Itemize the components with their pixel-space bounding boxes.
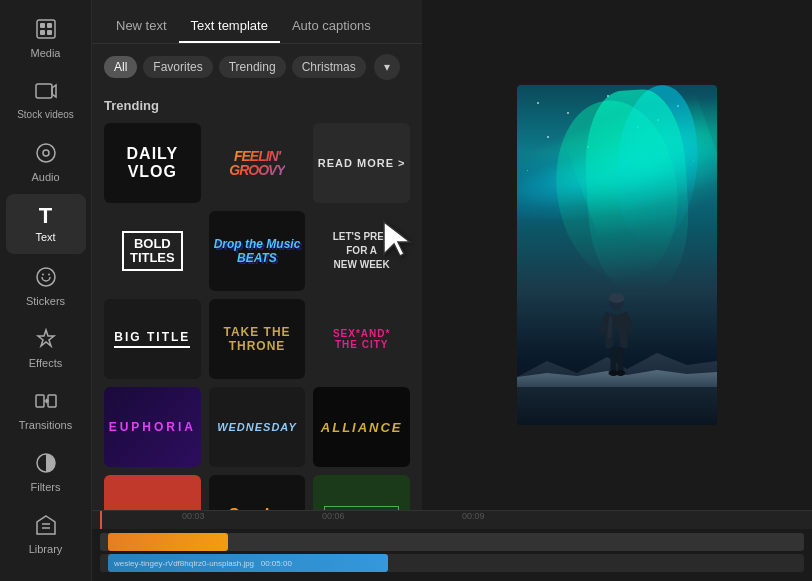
sidebar-item-stock-videos[interactable]: Stock videos <box>6 70 86 130</box>
transitions-icon <box>35 390 57 415</box>
stickers-icon <box>35 266 57 291</box>
sidebar-item-label: Media <box>31 47 61 59</box>
tab-bar: New text Text template Auto captions <box>92 0 422 44</box>
svg-rect-18 <box>618 347 624 372</box>
tab-auto-captions[interactable]: Auto captions <box>280 10 383 43</box>
sidebar-item-label: Transitions <box>19 419 72 431</box>
sidebar-item-text[interactable]: T Text <box>6 194 86 254</box>
sidebar-item-label: Stickers <box>26 295 65 307</box>
template-alliance[interactable]: ALLIANCE <box>313 387 410 467</box>
svg-rect-11 <box>36 395 44 407</box>
track-label: wesley-tingey-rVdf8hqIrz0-unsplash.jpg 0… <box>114 559 292 568</box>
sidebar-item-label: Library <box>29 543 63 555</box>
template-grid: DAILYVLOG FEELIN'GROOVY READ MORE > BOLD… <box>104 123 410 510</box>
filter-dropdown[interactable]: ▾ <box>374 54 400 80</box>
template-wednesday[interactable]: Wednesday <box>209 387 306 467</box>
template-read-more[interactable]: READ MORE > <box>313 123 410 203</box>
sidebar-item-label: Stock videos <box>17 109 74 120</box>
template-feelin-groovy[interactable]: FEELIN'GROOVY <box>209 123 306 203</box>
aurora-effect <box>517 85 717 289</box>
timeline-playhead[interactable] <box>100 511 102 529</box>
svg-marker-22 <box>384 222 410 256</box>
svg-rect-4 <box>47 30 52 35</box>
timeline: 00:03 00:06 00:09 wesley-tingey-rVdf8hqI… <box>92 510 812 581</box>
sidebar-item-filters[interactable]: Filters <box>6 442 86 502</box>
timeline-track-2[interactable]: wesley-tingey-rVdf8hqIrz0-unsplash.jpg 0… <box>100 554 804 572</box>
svg-point-16 <box>609 293 625 303</box>
svg-point-10 <box>48 273 50 275</box>
trending-section-title: Trending <box>104 98 410 113</box>
filter-trending[interactable]: Trending <box>219 56 286 78</box>
svg-rect-2 <box>47 23 52 28</box>
timeline-tracks: wesley-tingey-rVdf8hqIrz0-unsplash.jpg 0… <box>92 529 812 579</box>
sidebar-item-media[interactable]: Media <box>6 8 86 68</box>
svg-point-9 <box>42 273 44 275</box>
svg-rect-0 <box>37 20 55 38</box>
template-bold-titles[interactable]: BOLDTITLES <box>104 211 201 291</box>
filter-all[interactable]: All <box>104 56 137 78</box>
sidebar-item-transitions[interactable]: Transitions <box>6 380 86 440</box>
track-clip-orange <box>108 533 228 551</box>
template-drop-beats[interactable]: Drop the MusicBEATS <box>209 211 306 291</box>
template-euphoria[interactable]: EUPHORIA <box>104 387 201 467</box>
template-take-throne[interactable]: TAKE theTHRONE <box>209 299 306 379</box>
sidebar-item-label: Audio <box>31 171 59 183</box>
template-daily-vlog[interactable]: DAILYVLOG <box>104 123 201 203</box>
sidebar-item-library[interactable]: Library <box>6 504 86 564</box>
stock-videos-icon <box>35 80 57 105</box>
timeline-ruler: 00:03 00:06 00:09 <box>92 511 812 529</box>
track-clip-photo: wesley-tingey-rVdf8hqIrz0-unsplash.jpg 0… <box>108 554 388 572</box>
sidebar: Media Stock videos Audio T Text <box>0 0 92 581</box>
svg-point-20 <box>616 370 626 376</box>
sidebar-item-label: Effects <box>29 357 62 369</box>
filters-icon <box>35 452 57 477</box>
filter-christmas[interactable]: Christmas <box>292 56 366 78</box>
svg-rect-12 <box>48 395 56 407</box>
text-icon: T <box>39 205 52 227</box>
svg-point-7 <box>43 150 49 156</box>
template-bottom1[interactable]: TEMPLATE <box>104 475 201 510</box>
media-icon <box>35 18 57 43</box>
time-marker-1: 00:03 <box>182 511 205 521</box>
filter-row: All Favorites Trending Christmas ▾ <box>92 44 422 90</box>
template-sunday[interactable]: Sunday <box>209 475 306 510</box>
filter-favorites[interactable]: Favorites <box>143 56 212 78</box>
svg-rect-5 <box>36 84 52 98</box>
person-silhouette <box>595 293 640 383</box>
sidebar-item-stickers[interactable]: Stickers <box>6 256 86 316</box>
svg-rect-3 <box>40 30 45 35</box>
template-subscribe[interactable]: ☑ SUBSCRIBE <box>313 475 410 510</box>
sidebar-item-label: Filters <box>31 481 61 493</box>
svg-point-6 <box>37 144 55 162</box>
svg-point-8 <box>37 268 55 286</box>
library-icon <box>35 514 57 539</box>
svg-rect-1 <box>40 23 45 28</box>
timeline-track-1[interactable] <box>100 533 804 551</box>
sidebar-item-label: Text <box>35 231 55 243</box>
template-big-title[interactable]: BIG TITLE <box>104 299 201 379</box>
time-marker-3: 00:09 <box>462 511 485 521</box>
audio-icon <box>35 142 57 167</box>
tab-new-text[interactable]: New text <box>104 10 179 43</box>
preview-image <box>517 85 717 425</box>
tab-text-template[interactable]: Text template <box>179 10 280 43</box>
sidebar-item-effects[interactable]: Effects <box>6 318 86 378</box>
sidebar-item-audio[interactable]: Audio <box>6 132 86 192</box>
effects-icon <box>35 328 57 353</box>
preview-panel <box>422 0 812 510</box>
template-content: Trending DAILYVLOG FEELIN'GROOVY READ MO… <box>92 90 422 510</box>
text-panel: New text Text template Auto captions All… <box>92 0 422 510</box>
time-marker-2: 00:06 <box>322 511 345 521</box>
svg-marker-14 <box>37 516 55 534</box>
svg-rect-17 <box>611 347 617 372</box>
template-sex-city[interactable]: SEX*AND*THE CITY <box>313 299 410 379</box>
